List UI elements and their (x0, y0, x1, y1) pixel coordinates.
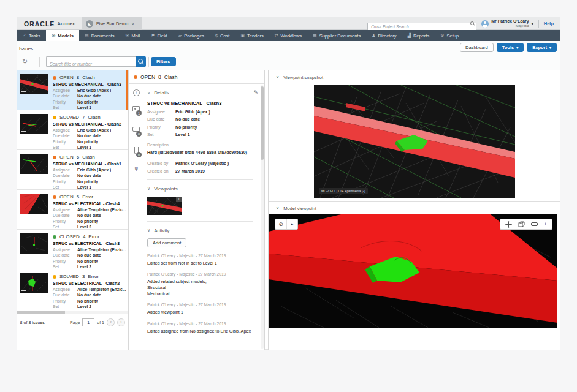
tab-field[interactable]: ⚑Field (145, 30, 173, 41)
project-name: Five Star Demo (96, 21, 128, 26)
list-item-issue-7[interactable]: SOLVED7Clash STRUC vs MECHANICAL - Clash… (17, 110, 128, 150)
activity-entry: Patrick O'Leary - Majestic - 27 March 20… (147, 254, 253, 266)
activity-entry: Patrick O'Leary - Majestic - 27 March 20… (147, 303, 253, 315)
comments-icon[interactable]: 0 (129, 127, 143, 132)
tab-workflows[interactable]: ⇄Workflows (269, 30, 307, 41)
vertical-scrollbar[interactable] (261, 85, 264, 349)
detail-type: Clash (164, 74, 178, 80)
list-item-issue-8[interactable]: OPEN8Clash STRUC vs MECHANICAL - Clash3 … (17, 70, 128, 110)
search-icon[interactable] (470, 21, 474, 25)
activity-section-header[interactable]: ∨Activity (147, 228, 253, 233)
related-models-icon[interactable]: ⋔ (129, 165, 143, 172)
viewpoint-snapshot-image[interactable]: MC-Z1-L1 | L1E Apartments [2] (314, 85, 515, 198)
detail-header: OPEN 8 Clash (129, 70, 264, 84)
user-org: Majestic (516, 24, 529, 28)
scrollbar-thumb[interactable] (261, 86, 264, 160)
issue-search-input[interactable] (47, 59, 136, 69)
tab-setup[interactable]: ⚙Setup (435, 30, 464, 41)
scrollbar-thumb[interactable] (17, 311, 65, 314)
help-link[interactable]: Help (544, 21, 556, 26)
tab-supplier-documents[interactable]: ▦Supplier Documents (307, 30, 366, 41)
dashboard-button[interactable]: Dashboard (460, 43, 494, 52)
issue-title: STRUC vs ELECTRICAL - Clash4 (53, 202, 126, 206)
list-pagination: -8 of 8 issues Page of 1 ‹ › (17, 315, 128, 329)
user-menu[interactable]: Mr Patrick O'Leary Majestic ▾ (481, 19, 533, 28)
cost-icon: $ (215, 34, 218, 38)
status-dot (53, 235, 56, 239)
tab-tasks[interactable]: ✓Tasks (17, 30, 46, 41)
section-cube-icon[interactable] (518, 221, 525, 228)
brand-oracle: ORACLE (24, 20, 55, 28)
page-title: Issues (19, 46, 33, 51)
issue-detail-panel: OPEN 8 Clash i 1 0 0 ⋔ ✎ ∨Details STRUC … (129, 70, 265, 350)
reports-icon: ▟ (408, 33, 411, 38)
list-item-issue-6[interactable]: OPEN6Clash STRUC vs MECHANICAL - Clash1 … (17, 150, 128, 190)
workflows-icon: ⇄ (275, 33, 278, 38)
oracle-aconex-logo: ORACLE Aconex (24, 17, 75, 30)
attachments-icon[interactable]: 0 (129, 147, 143, 154)
activity-entry: Patrick O'Leary - Majestic - 27 March 20… (147, 272, 253, 296)
list-item-issue-5[interactable]: OPEN5Error STRUC vs ELECTRICAL - Clash4 … (17, 190, 128, 230)
eye-icon[interactable]: ⊙ (275, 219, 286, 229)
issue-type: Clash (82, 75, 94, 80)
expand-play-icon[interactable]: ▸ (286, 219, 297, 229)
tab-tenders[interactable]: ▣Tenders (235, 30, 269, 41)
refresh-icon[interactable]: ↻ (22, 58, 28, 66)
attachments-count-badge: 0 (136, 152, 142, 157)
page-header: Issues Dashboard Tools▾ Export▾ (17, 41, 560, 54)
caret-down-icon: ▾ (516, 45, 518, 50)
detail-priority: No priority (175, 125, 197, 129)
horizontal-scrollbar[interactable] (17, 311, 128, 314)
prev-page-button[interactable]: ‹ (107, 318, 115, 326)
tab-directory[interactable]: ♟Directory (366, 30, 402, 41)
list-item-issue-4[interactable]: CLOSED4Error STRUC vs ELECTRICAL - Clash… (17, 230, 128, 270)
tab-documents[interactable]: ▤Documents (79, 30, 120, 41)
project-icon: ◣ (86, 20, 93, 28)
zoom-in-icon[interactable]: + (544, 221, 547, 227)
caret-down-icon: ▾ (549, 45, 551, 50)
divider (148, 57, 149, 67)
cross-project-search (367, 20, 476, 28)
viewpoints-section-header[interactable]: ∨Viewpoints (147, 186, 253, 192)
viewpoints-icon[interactable]: 1 (129, 106, 143, 111)
caret-down-icon: ▾ (532, 21, 533, 26)
list-item-issue-3[interactable]: SOLVED3Error STRUC vs ELECTRICAL - Clash… (17, 270, 128, 309)
issue-title: STRUC vs ELECTRICAL - Clash3 (53, 241, 126, 246)
viewpoint-snapshot-header[interactable]: ∨ Viewpoint snapshot (269, 70, 560, 84)
page-input[interactable] (82, 318, 94, 326)
details-section-header[interactable]: ∨Details (147, 90, 253, 96)
activity-meta: Patrick O'Leary - Majestic - 27 March 20… (147, 272, 253, 276)
search-submit-button[interactable] (136, 56, 146, 67)
viewpoint-panel: ∨ Viewpoint snapshot (268, 70, 560, 350)
snapshot-model-tag: MC-Z1-L1 | L1E Apartments [2] (319, 188, 368, 194)
issues-toolbar: ↻ Filters (17, 54, 560, 70)
tab-cost[interactable]: $Cost (210, 30, 235, 41)
divider (39, 57, 40, 67)
viewpoints-count-badge: 1 (136, 110, 142, 116)
filters-button[interactable]: Filters (151, 57, 176, 66)
status-dot (134, 75, 137, 79)
zoom-fit-icon[interactable] (531, 222, 538, 226)
issue-title: STRUC vs ELECTRICAL - Clash2 (53, 281, 126, 285)
info-icon[interactable]: i (129, 89, 143, 96)
tab-mail[interactable]: ✉Mail (120, 30, 146, 41)
pan-move-icon[interactable] (505, 221, 512, 228)
next-page-button[interactable]: › (117, 318, 125, 326)
tab-models[interactable]: ◎Models (46, 30, 79, 41)
issue-thumbnail (20, 114, 48, 134)
viewpoint-thumbnail[interactable]: 1 (147, 197, 182, 215)
tools-button[interactable]: Tools▾ (497, 43, 524, 52)
export-button[interactable]: Export▾ (527, 43, 557, 52)
activity-text: Added related subject models; Structural… (147, 279, 253, 296)
model-viewpoint-header[interactable]: ∨ Model viewpoint (269, 202, 560, 215)
add-comment-button[interactable]: Add comment (147, 238, 186, 247)
tab-reports[interactable]: ▟Reports (402, 30, 435, 41)
model-viewport[interactable]: ⊙ ▸ + (269, 214, 557, 328)
tab-packages[interactable]: ▱Packages (173, 30, 210, 41)
issue-number: 8 (77, 75, 79, 80)
project-selector[interactable]: ◣ Five Star Demo ∨ (82, 17, 142, 30)
status-dot (53, 76, 56, 80)
packages-icon: ▱ (178, 33, 182, 38)
description-value: Hard (id:2eb9edaf-bfdb-449d-a8ea-0fa7dc9… (147, 150, 253, 154)
edit-details-icon[interactable]: ✎ (253, 89, 258, 96)
